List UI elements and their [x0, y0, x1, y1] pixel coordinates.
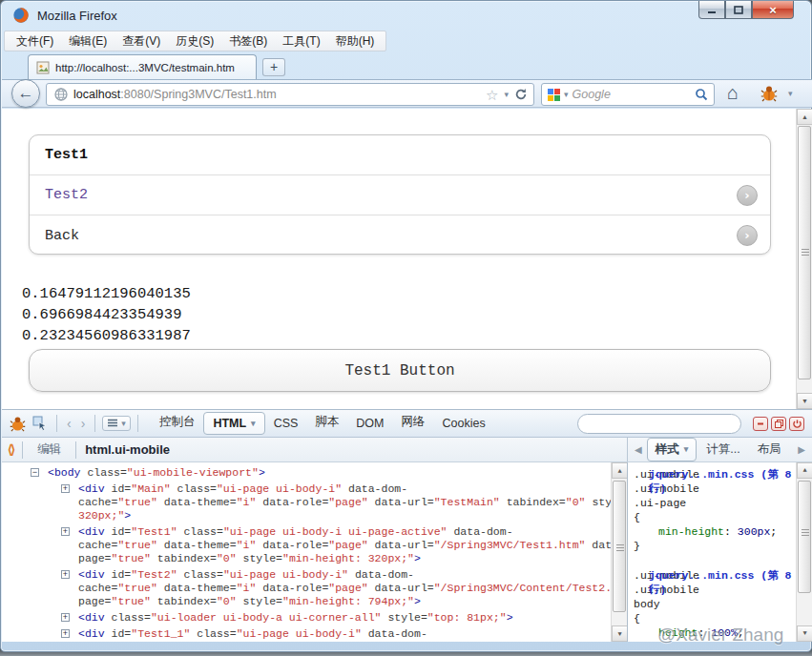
firefox-icon — [12, 7, 30, 24]
expander-icon[interactable]: + — [61, 484, 70, 493]
url-field[interactable]: localhost:8080/Spring3MVC/Test1.htm ☆ ▾ — [46, 83, 534, 106]
css-panel-scrollbar[interactable]: ▲ ▼ — [796, 462, 812, 642]
google-logo-icon — [548, 89, 560, 101]
firebug-search-input[interactable] — [591, 417, 739, 430]
history-back-icon[interactable]: ‹ — [64, 416, 74, 431]
history-forward-icon[interactable]: › — [78, 416, 89, 431]
html-scroll-thumb[interactable] — [613, 481, 626, 612]
firebug-tab-0[interactable]: 控制台 — [151, 408, 204, 437]
maximize-button[interactable] — [725, 1, 752, 19]
firebug-tab-3[interactable]: 脚本 — [306, 408, 347, 437]
close-button[interactable]: × — [752, 1, 794, 19]
side-tabs-left-icon[interactable]: ◀ — [632, 444, 645, 455]
menu-item-3[interactable]: 历史(S) — [168, 31, 221, 52]
window-title: Mozilla Firefox — [37, 9, 117, 23]
browser-tab[interactable]: http://localhost:...3MVC/testmain.htm — [28, 54, 257, 79]
expander-icon[interactable]: + — [61, 570, 70, 579]
breadcrumb[interactable]: html.ui-mobile — [85, 442, 170, 457]
tree-node-2[interactable]: +<div id="Test1" class="ui-page ui-body-… — [2, 525, 595, 565]
firebug-detach-icon[interactable] — [771, 417, 786, 431]
firebug-tabs: 控制台HTML▾CSS脚本DOM网络Cookies — [151, 410, 494, 437]
menu-item-4[interactable]: 书签(B) — [221, 31, 275, 52]
reload-icon[interactable] — [514, 88, 528, 101]
css-scroll-up-button[interactable]: ▲ — [797, 462, 812, 479]
html-panel-scrollbar[interactable]: ▲ ▼ — [611, 462, 627, 642]
side-tab-0[interactable]: 样式▾ — [647, 438, 697, 461]
search-engine-dropdown-icon[interactable]: ▾ — [564, 91, 569, 99]
scroll-up-button[interactable]: ▲ — [797, 109, 812, 125]
search-box[interactable]: ▾ Google — [541, 83, 715, 106]
tree-node-0[interactable]: −<body class="ui-mobile-viewport"> — [2, 466, 595, 480]
html-breadcrumb-bar: ⟨⟩ 编辑 html.ui-mobile — [2, 440, 627, 460]
css-source-link[interactable]: jquery...min.css (第 8 行) — [649, 568, 794, 597]
expander-icon[interactable]: − — [31, 468, 39, 477]
css-selector[interactable]: .ui-page — [634, 496, 794, 510]
chevron-right-icon: › — [737, 225, 758, 246]
scroll-thumb[interactable] — [798, 126, 811, 379]
firebug-tab-5[interactable]: 网络 — [393, 408, 434, 437]
firebug-tab-2[interactable]: CSS — [265, 411, 307, 437]
html-scroll-up-button[interactable]: ▲ — [612, 462, 627, 479]
firebug-menu-icon[interactable] — [8, 414, 27, 433]
bookmark-star-icon[interactable]: ☆ — [486, 88, 498, 102]
list-item-test2[interactable]: Test2› — [30, 175, 770, 215]
test1-button[interactable]: Test1 Button — [29, 349, 771, 392]
firebug-toolbar: ‹ › ▾ 控制台HTML▾CSS脚本DOM网络Cookies — [2, 409, 812, 438]
menu-item-5[interactable]: 工具(T) — [275, 31, 327, 52]
edit-button[interactable]: 编辑 — [31, 440, 67, 460]
tab-title: http://localhost:...3MVC/testmain.htm — [55, 62, 235, 73]
firebug-tab-1[interactable]: HTML▾ — [203, 412, 264, 435]
random-number-2: 0.23234560986331987 — [22, 325, 191, 346]
tree-line: <body class="ui-mobile-viewport"> — [48, 466, 595, 480]
firebug-close-icon[interactable] — [789, 417, 804, 431]
new-tab-button[interactable]: + — [262, 58, 285, 76]
expander-icon[interactable]: + — [61, 613, 70, 622]
page-content: Test1 Test2›Back› 0.164791121960401350.6… — [2, 109, 812, 409]
firebug-window-buttons — [753, 417, 804, 431]
html-scroll-grip — [616, 544, 624, 552]
list-item-back[interactable]: Back› — [30, 215, 770, 255]
html-scroll-down-button[interactable]: ▼ — [612, 625, 627, 642]
firefox-window: Mozilla Firefox × 文件(F)编辑(E)查看(V)历史(S)书签… — [0, 0, 812, 652]
home-button[interactable]: ⌂ — [727, 82, 739, 104]
list-item-label: Back — [45, 228, 79, 244]
firebug-tab-6[interactable]: Cookies — [434, 411, 494, 437]
tree-node-4[interactable]: +<div class="ui-loader ui-body-a ui-corn… — [2, 611, 595, 625]
panel-list-button[interactable]: ▾ — [102, 416, 131, 431]
scroll-down-button[interactable]: ▼ — [797, 393, 812, 409]
url-host: localhost — [73, 88, 120, 101]
tree-line: <div id="Main" class="ui-page ui-body-i"… — [78, 482, 595, 496]
expander-icon[interactable]: + — [61, 527, 70, 536]
side-tab-1[interactable]: 计算... — [698, 439, 747, 461]
side-tabs-right-icon[interactable]: ▶ — [795, 444, 808, 455]
code-brackets-icon[interactable]: ⟨⟩ — [8, 442, 13, 457]
tree-line: <div id="Test1_1" class="ui-page ui-body… — [78, 627, 595, 641]
tree-node-1[interactable]: +<div id="Main" class="ui-page ui-body-i… — [2, 482, 595, 523]
page-scrollbar[interactable]: ▲ ▼ — [796, 109, 812, 409]
minimize-button[interactable] — [698, 1, 725, 19]
firebug-search[interactable] — [577, 414, 741, 434]
inspect-element-icon[interactable] — [31, 414, 50, 433]
menu-item-0[interactable]: 文件(F) — [9, 31, 61, 52]
css-property[interactable]: min-height: 300px; — [634, 524, 794, 539]
menu-item-6[interactable]: 帮助(H) — [328, 31, 383, 52]
expander-icon[interactable]: + — [61, 629, 70, 638]
tree-node-5[interactable]: +<div id="Test1_1" class="ui-page ui-bod… — [2, 627, 595, 642]
css-source-link[interactable]: jquery...min.css (第 8 行) — [649, 467, 794, 496]
css-scroll-thumb[interactable] — [798, 481, 811, 593]
back-button[interactable]: ← — [11, 79, 40, 108]
firebug-toolbar-icon[interactable] — [760, 85, 778, 102]
url-dropdown-icon[interactable]: ▾ — [504, 91, 509, 99]
search-magnifier-icon[interactable] — [695, 88, 708, 101]
menu-item-1[interactable]: 编辑(E) — [61, 31, 115, 52]
toolbar-overflow-icon[interactable]: ▾ — [788, 90, 793, 98]
css-scroll-down-button[interactable]: ▼ — [797, 625, 812, 642]
firebug-minimize-icon[interactable] — [753, 417, 768, 431]
css-selector[interactable]: body — [634, 597, 794, 611]
firebug-tab-4[interactable]: DOM — [347, 411, 392, 437]
side-tab-2[interactable]: 布局 — [750, 439, 789, 461]
menu-item-2[interactable]: 查看(V) — [115, 31, 168, 52]
caption-buttons: × — [698, 1, 794, 19]
scroll-grip — [802, 249, 809, 256]
tree-node-3[interactable]: +<div id="Test2" class="ui-page ui-body-… — [2, 568, 595, 608]
